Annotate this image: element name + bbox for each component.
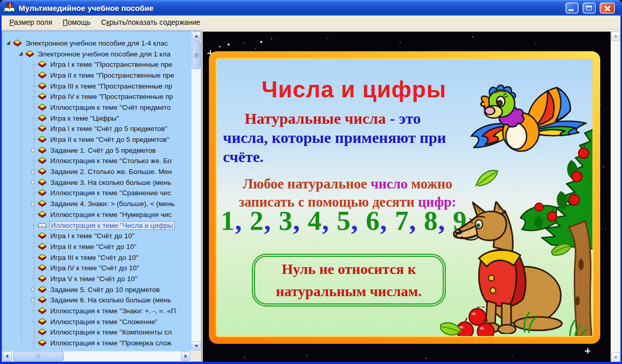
- book-closed-icon: [38, 307, 47, 315]
- digit-punctuation: ,: [235, 206, 250, 236]
- arrow-up-icon: [194, 35, 199, 37]
- tree-item-label: Задание 2. Столько же. Больше. Мен: [49, 167, 173, 176]
- statement-segment: можно: [408, 176, 453, 192]
- tree-item[interactable]: Игра I к теме "Пространственные пре: [2, 59, 192, 70]
- scroll-up-button[interactable]: [611, 32, 620, 41]
- scroll-right-button[interactable]: [181, 352, 190, 361]
- book-closed-icon: [38, 232, 47, 240]
- tree-item[interactable]: Иллюстрация к теме "Сложение": [2, 316, 192, 327]
- tree-collapsed-icon[interactable]: [30, 286, 36, 293]
- tree-item[interactable]: Задание 5. Счёт до 10 предметов: [2, 284, 192, 295]
- maximize-icon: [586, 6, 592, 10]
- tree-connector: [30, 96, 37, 97]
- scroll-down-button[interactable]: [611, 353, 620, 362]
- tree-item[interactable]: Задание 2. Столько же. Больше. Мен: [2, 166, 192, 177]
- tree-item-label: Игра I к теме "Пространственные пре: [49, 60, 173, 69]
- tree-item[interactable]: Иллюстрация к теме "Нумерация чис: [2, 209, 192, 220]
- tree-item[interactable]: Иллюстрация к теме "Числа и цифры: [2, 220, 192, 231]
- tree-horizontal-scrollbar[interactable]: [2, 351, 191, 361]
- horizontal-scroll-thumb[interactable]: [13, 352, 64, 361]
- tree-item-label: Задание 3. На сколько больше (мень: [49, 178, 172, 187]
- scroll-left-button[interactable]: [3, 352, 12, 361]
- book-closed-icon: [38, 296, 47, 304]
- tree-item-label: Игра II к теме "Счёт до 5 предметов": [49, 135, 170, 144]
- note-box: Нуль не относится к натуральным числам.: [252, 254, 446, 307]
- tree-connector: [30, 322, 37, 322]
- close-button[interactable]: [600, 3, 615, 13]
- slide-vertical-scrollbar[interactable]: [611, 32, 620, 362]
- tree-collapsed-icon[interactable]: [30, 201, 36, 207]
- tree-connector: [30, 257, 37, 258]
- book-closed-icon: [38, 71, 47, 79]
- tree-item-label: Игра IV к теме "Счёт до 10": [49, 264, 140, 272]
- tree-item-label: Иллюстрация к теме "Сложение": [49, 317, 159, 326]
- menu-help[interactable]: Помощь: [58, 17, 95, 28]
- book-closed-icon: [38, 168, 47, 176]
- tree-expanded-icon[interactable]: [5, 40, 11, 46]
- tree-item[interactable]: Иллюстрация к теме "Проверка слож: [2, 338, 192, 348]
- digit-punctuation: ,: [409, 206, 424, 236]
- leaf-icon: [475, 168, 499, 187]
- tree-item[interactable]: Игра III к теме "Пространственные пр: [2, 81, 192, 92]
- tree-vertical-scrollbar[interactable]: [191, 31, 201, 351]
- tree-item[interactable]: Игра IV к теме "Счёт до 10": [2, 263, 192, 273]
- tree-collapsed-icon[interactable]: [30, 169, 36, 175]
- tree-item[interactable]: Иллюстрация к теме "Сравнение чис: [2, 188, 192, 199]
- tree-collapsed-icon[interactable]: [30, 179, 36, 185]
- tree-item[interactable]: Иллюстрация к теме "Компоненты сл: [2, 327, 192, 338]
- maximize-button[interactable]: [583, 3, 596, 13]
- tree-connector: [30, 279, 37, 279]
- tree-item[interactable]: Задание 1. Счёт до 5 предметов: [2, 145, 192, 156]
- digit-punctuation: ,: [322, 206, 337, 236]
- tree-connector: [30, 107, 37, 108]
- tree-collapsed-icon[interactable]: [30, 297, 36, 303]
- thumb-grip: [194, 53, 199, 57]
- book-closed-icon: [38, 179, 47, 186]
- book-closed-icon: [38, 328, 47, 336]
- tree-expanded-icon[interactable]: [18, 51, 24, 57]
- tree-item[interactable]: Игра II к теме "Счёт до 10": [2, 241, 192, 252]
- tree-item[interactable]: Игра II к теме "Счёт до 5 предметов": [2, 134, 192, 145]
- tree-item[interactable]: Игра IV к теме "Пространственные пр: [2, 91, 192, 102]
- tree-item-label: Игра III к теме "Счёт до 10": [49, 253, 139, 262]
- tree-item[interactable]: Иллюстрация к теме "Столько же. Бо: [2, 156, 192, 167]
- tree-item[interactable]: Иллюстрация к теме "Знаки: +, -, =. «П: [2, 305, 192, 316]
- tree-item[interactable]: Электронное учебное пособие для 1 кла: [2, 49, 192, 60]
- tree-item[interactable]: Задание 4. Знаки: > (больше), < (мень: [2, 198, 192, 209]
- menu-field-size[interactable]: Размер поля: [5, 17, 57, 28]
- tree-item[interactable]: Задание 3. На сколько больше (мень: [2, 177, 192, 188]
- scroll-up-button[interactable]: [192, 32, 201, 41]
- digit: 7: [395, 206, 409, 236]
- tree-item-label: Иллюстрация к теме "Компоненты сл: [49, 328, 173, 337]
- tree-item[interactable]: Иллюстрация к теме "Счёт предмето: [2, 102, 192, 113]
- arrow-down-icon: [194, 345, 199, 347]
- tree-connector: [30, 118, 37, 119]
- main-content: Электронное учебное пособие для 1-4 клас…: [2, 30, 620, 362]
- book-closed-icon: [38, 125, 47, 133]
- tree-connector: [30, 86, 37, 86]
- tree-item[interactable]: Игра V к теме "Счёт до 10": [2, 273, 192, 284]
- menu-toggle-contents[interactable]: Скрыть/показать содержание: [96, 17, 205, 28]
- tree-item[interactable]: Игра I к теме "Счёт до 5 предметов": [2, 124, 192, 135]
- tree-item-label: Игра IV к теме "Пространственные пр: [49, 92, 174, 101]
- tree-item[interactable]: Задание 6. На сколько больше (мень: [2, 295, 192, 306]
- tree-collapsed-icon[interactable]: [30, 147, 36, 153]
- slide-content: Числа и цифры Натуральные числа - это чи…: [216, 58, 593, 337]
- tree-item[interactable]: Электронное учебное пособие для 1-4 клас: [2, 38, 192, 49]
- statement-segment: число: [371, 176, 407, 192]
- digit: 2: [250, 206, 264, 236]
- tree-item-label: Иллюстрация к теме "Счёт предмето: [49, 103, 172, 112]
- tree-item[interactable]: Игра I к теме "Счёт до 10": [2, 230, 192, 241]
- book-closed-icon: [38, 114, 47, 122]
- tree-item[interactable]: Игра к теме "Цифры": [2, 113, 192, 124]
- digit: 3: [279, 206, 293, 236]
- tree-item-label: Игра I к теме "Счёт до 5 предметов": [49, 124, 168, 133]
- vertical-scroll-thumb[interactable]: [192, 41, 201, 69]
- scroll-down-button[interactable]: [192, 341, 201, 351]
- book-closed-icon: [13, 39, 22, 47]
- minimize-button[interactable]: [566, 3, 578, 13]
- tree-item-label: Иллюстрация к теме "Знаки: +, -, =. «П: [49, 307, 177, 315]
- tree-item[interactable]: Игра II к теме "Пространственные пре: [2, 70, 192, 81]
- book-closed-icon: [38, 318, 47, 326]
- tree-item[interactable]: Игра III к теме "Счёт до 10": [2, 252, 192, 263]
